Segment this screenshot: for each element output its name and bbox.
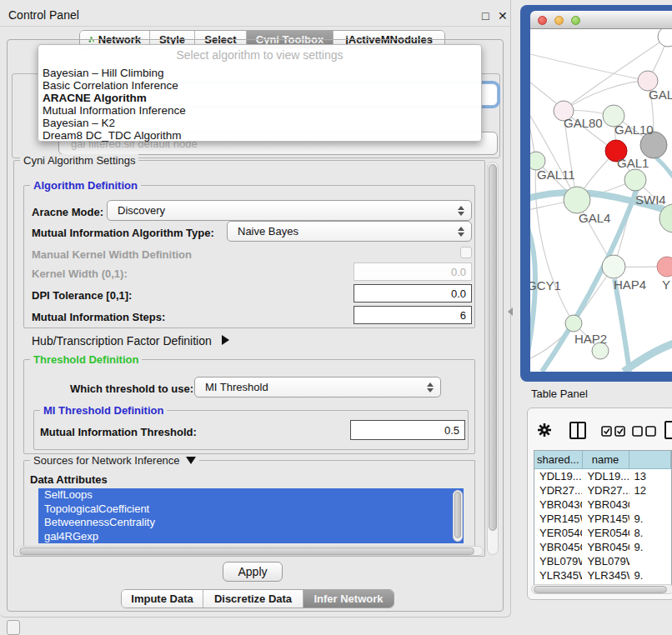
node-label: GAL10 xyxy=(614,122,654,137)
manual-kernel-checkbox[interactable] xyxy=(460,247,472,258)
algorithm-definition-title: Algorithm Definition xyxy=(30,179,141,192)
mi-steps-label: Mutual Information Steps: xyxy=(32,311,165,323)
dropdown-item[interactable]: Mutual Information Inference xyxy=(43,104,476,117)
algorithm-dropdown-popup: Select algorithm to view settings Bayesi… xyxy=(38,44,482,142)
node-salmon[interactable] xyxy=(657,257,672,277)
splitpane-collapse-icon[interactable] xyxy=(508,308,513,316)
tab-discretize-data[interactable]: Discretize Data xyxy=(203,590,303,608)
node-hap2[interactable] xyxy=(565,315,582,332)
which-threshold-combo[interactable]: MI Threshold xyxy=(194,377,441,398)
aracne-mode-value: Discovery xyxy=(118,204,165,217)
node-label: GAL4 xyxy=(579,211,610,225)
data-attributes-label: Data Attributes xyxy=(30,473,108,486)
mi-threshold-label: Mutual Information Threshold: xyxy=(40,426,197,438)
kernel-width-field[interactable]: 0.0 xyxy=(354,262,472,281)
minimize-traffic-icon[interactable] xyxy=(554,16,564,25)
table-panel-title: Table Panel xyxy=(531,388,588,400)
zoom-traffic-icon[interactable] xyxy=(571,16,580,25)
desktop: Control Panel □ ✕ Network Style Select C… xyxy=(0,0,672,635)
hub-definition-toggle[interactable]: Hub/Transcription Factor Definition xyxy=(32,334,229,348)
mi-threshold-field[interactable]: 0.5 xyxy=(350,420,465,440)
table-hscrollbar[interactable] xyxy=(531,584,672,594)
threshold-definition-title: Threshold Definition xyxy=(30,353,142,366)
expanded-arrow-icon[interactable] xyxy=(186,457,196,464)
stepper-arrows-icon xyxy=(458,227,464,237)
tab-impute-data[interactable]: Impute Data xyxy=(122,590,203,608)
select-all-checkboxes-icon[interactable] xyxy=(601,426,626,437)
node-hap4[interactable] xyxy=(602,255,625,278)
node-label: HAP4 xyxy=(614,278,646,292)
dropdown-item[interactable]: Bayesian – Hill Climbing xyxy=(43,67,476,79)
table-row[interactable]: YBL079WYBL079W xyxy=(534,554,671,568)
node-attribute-table[interactable]: shared... name YDL19...YDL19...13 YDR27.… xyxy=(534,450,672,588)
stepper-arrows-icon xyxy=(427,382,434,392)
node-gal4[interactable] xyxy=(564,187,590,213)
network-node-labels: GAL GAL80 GAL10 GAL1 GAL11 SWI4 GAL4 GCY… xyxy=(530,88,672,346)
list-item[interactable]: SelfLoops xyxy=(38,488,464,502)
settings-hscrollbar[interactable] xyxy=(17,546,484,556)
dropdown-placeholder: Select algorithm to view settings xyxy=(38,48,481,62)
mi-threshold-group-title: MI Threshold Definition xyxy=(40,404,167,417)
table-row[interactable]: YBR045CYBR045C9. xyxy=(534,540,671,554)
bottom-tab-bar: Impute Data Discretize Data Infer Networ… xyxy=(121,589,394,608)
table-row[interactable]: YER054CYER054C8. xyxy=(534,526,671,540)
table-hscrollbar-thumb[interactable] xyxy=(534,586,667,593)
apply-button[interactable]: Apply xyxy=(223,562,283,582)
cyni-settings-title: Cyni Algorithm Settings xyxy=(20,154,138,167)
node-label: GAL80 xyxy=(564,116,603,130)
mi-steps-field[interactable]: 6 xyxy=(354,306,472,324)
node-label: Y xyxy=(662,278,670,292)
close-traffic-icon[interactable] xyxy=(538,16,547,25)
kernel-width-label: Kernel Width (0,1): xyxy=(32,268,128,280)
node-label: HAP2 xyxy=(574,332,607,346)
table-row[interactable]: YBR043CYBR043C xyxy=(534,498,671,512)
list-item[interactable]: BetweennessCentrality xyxy=(38,516,464,530)
deselect-all-checkboxes-icon[interactable] xyxy=(632,426,657,437)
dropdown-item[interactable]: Basic Correlation Inference xyxy=(43,79,476,92)
table-row[interactable]: YLR345WYLR345W9. xyxy=(534,568,671,582)
node-label: GAL1 xyxy=(617,156,649,170)
attributes-scrollbar[interactable] xyxy=(453,490,463,542)
mi-type-combo[interactable]: Naive Bayes xyxy=(227,221,472,242)
aracne-mode-combo[interactable]: Discovery xyxy=(107,200,472,221)
gear-icon[interactable] xyxy=(537,422,552,438)
node-label: SWI4 xyxy=(635,192,666,207)
column-header[interactable] xyxy=(629,451,671,468)
data-attributes-list[interactable]: SelfLoops TopologicalCoefficient Between… xyxy=(38,488,464,543)
settings-hscrollbar-thumb[interactable] xyxy=(19,548,474,555)
sources-title: Sources for Network Inference xyxy=(30,454,199,467)
aracne-mode-label: Aracne Mode: xyxy=(32,206,103,218)
table-row[interactable]: YDL19...YDL19...13 xyxy=(534,469,671,483)
panel-title: Control Panel xyxy=(8,8,79,22)
network-canvas[interactable]: GAL GAL80 GAL10 GAL1 GAL11 SWI4 GAL4 GCY… xyxy=(530,29,672,372)
column-header[interactable]: shared... xyxy=(534,451,583,468)
document-icon[interactable] xyxy=(664,421,672,439)
dropdown-item[interactable]: Bayesian – K2 xyxy=(43,117,476,129)
dropdown-item-selected[interactable]: ARACNE Algorithm xyxy=(43,92,476,104)
table-row[interactable]: YDR27...YDR27...12 xyxy=(534,483,671,498)
table-row[interactable]: YPR145WYPR145W9. xyxy=(534,512,671,526)
split-columns-icon[interactable] xyxy=(569,422,586,439)
network-graph: GAL GAL80 GAL10 GAL1 GAL11 SWI4 GAL4 GCY… xyxy=(530,29,672,372)
close-panel-icon[interactable]: ✕ xyxy=(498,9,508,22)
which-threshold-value: MI Threshold xyxy=(205,381,268,393)
stepper-arrows-icon xyxy=(458,206,464,216)
float-panel-icon[interactable]: □ xyxy=(482,9,489,22)
table-header-row: shared... name xyxy=(534,451,671,469)
settings-scrollbar[interactable] xyxy=(487,162,499,555)
minimized-panel-icon[interactable] xyxy=(7,620,20,635)
dpi-tolerance-field[interactable]: 0.0 xyxy=(354,284,472,302)
title-divider xyxy=(0,26,511,27)
network-window-titlebar[interactable] xyxy=(530,11,672,29)
mi-type-value: Naive Bayes xyxy=(238,225,298,238)
attributes-scrollbar-thumb[interactable] xyxy=(454,492,461,538)
dropdown-item[interactable]: Dream8 DC_TDC Algorithm xyxy=(43,129,476,142)
node-gal1[interactable] xyxy=(624,169,646,191)
node-label: GAL11 xyxy=(537,168,575,182)
settings-scrollbar-thumb[interactable] xyxy=(489,164,497,531)
tab-infer-network[interactable]: Infer Network xyxy=(303,590,394,608)
list-item[interactable]: TopologicalCoefficient xyxy=(38,502,464,517)
node[interactable] xyxy=(658,29,672,47)
column-header[interactable]: name xyxy=(583,451,629,468)
list-item[interactable]: gal4RGexp xyxy=(38,530,464,544)
